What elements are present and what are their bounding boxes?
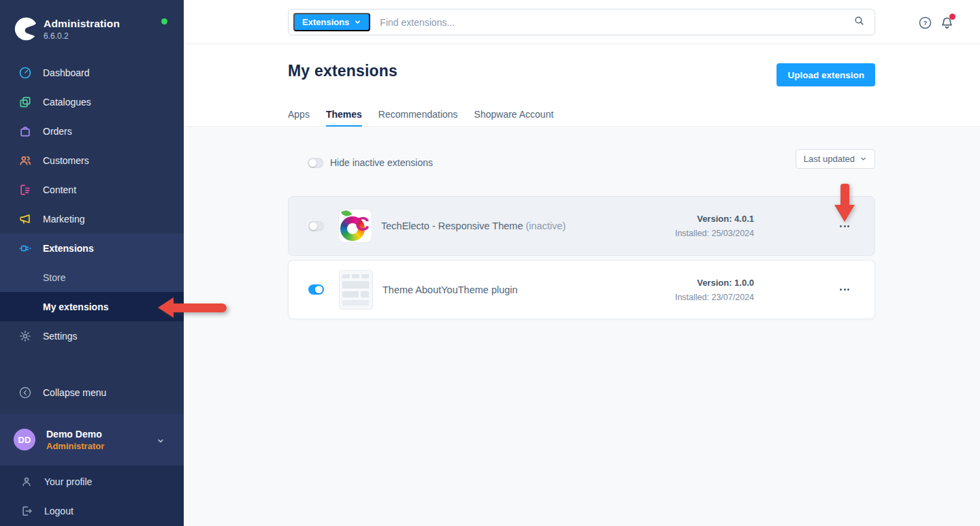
page-title: My extensions xyxy=(288,62,397,80)
extension-thumbnail xyxy=(339,270,373,310)
shopware-logo-icon xyxy=(14,16,39,42)
sidebar-spacer xyxy=(0,350,184,378)
extension-installed-date: Installed: 25/03/2024 xyxy=(675,229,754,238)
extension-state: (inactive) xyxy=(525,220,566,231)
chevron-down-icon xyxy=(354,18,361,26)
search-input[interactable] xyxy=(380,17,853,28)
chevron-down-icon xyxy=(157,435,165,448)
your-profile-button[interactable]: Your profile xyxy=(0,467,184,496)
extension-row-techelecto: C TechElecto - Responsive Theme(inactive… xyxy=(288,196,875,256)
gear-icon xyxy=(18,329,32,343)
search-scope-button[interactable]: Extensions xyxy=(293,13,370,31)
collapse-menu-label: Collapse menu xyxy=(43,387,106,398)
logout-icon xyxy=(20,504,33,518)
extension-logo: C xyxy=(339,210,372,242)
search-icon xyxy=(853,15,865,29)
sort-label: Last updated xyxy=(804,154,855,164)
sidebar-item-store[interactable]: Store xyxy=(0,263,184,292)
sidebar-item-label: Orders xyxy=(43,126,72,137)
annotation-arrow-left xyxy=(158,297,227,318)
sidebar-item-extensions[interactable]: Extensions xyxy=(0,233,184,263)
sidebar-item-label: Content xyxy=(43,184,76,195)
svg-text:?: ? xyxy=(923,19,927,27)
sidebar-footer: Your profile Logout xyxy=(0,465,184,526)
extension-row-aboutyoutheme: Theme AboutYouTheme plugin Version: 1.0.… xyxy=(288,260,875,319)
sidebar-item-label: Marketing xyxy=(43,214,84,225)
catalogues-icon xyxy=(18,95,32,109)
context-menu-button[interactable] xyxy=(835,283,854,297)
logout-label: Logout xyxy=(44,506,74,516)
your-profile-label: Your profile xyxy=(44,476,92,487)
sidebar-extensions-group: Extensions Store My extensions xyxy=(0,233,184,321)
sidebar-nav: Dashboard Catalogues Orders Customers xyxy=(0,58,184,350)
topbar: Extensions ? xyxy=(184,0,980,44)
extension-installed-date: Installed: 23/07/2024 xyxy=(675,293,754,302)
global-search[interactable]: Extensions xyxy=(288,9,875,35)
tab-shopware-account[interactable]: Shopware Account xyxy=(474,109,554,127)
user-name: Demo Demo xyxy=(46,429,104,440)
collapse-menu-button[interactable]: Collapse menu xyxy=(0,378,184,407)
content-icon xyxy=(18,183,32,197)
upload-extension-button[interactable]: Upload extension xyxy=(777,63,875,86)
sidebar-item-label: Dashboard xyxy=(43,67,90,78)
annotation-arrow-down xyxy=(834,184,855,222)
sort-dropdown[interactable]: Last updated xyxy=(796,149,875,169)
avatar: DD xyxy=(14,429,35,450)
notification-badge xyxy=(949,14,956,20)
extensions-icon xyxy=(18,242,32,255)
hide-inactive-toggle[interactable] xyxy=(308,158,323,168)
extension-name: Theme AboutYouTheme plugin xyxy=(382,284,518,295)
tab-themes[interactable]: Themes xyxy=(326,109,362,127)
tab-recommendations[interactable]: Recommendations xyxy=(378,109,458,127)
extension-active-toggle[interactable] xyxy=(308,284,324,295)
tab-apps[interactable]: Apps xyxy=(288,109,310,127)
sidebar-item-marketing[interactable]: Marketing xyxy=(0,204,184,233)
logout-button[interactable]: Logout xyxy=(0,496,184,525)
sidebar-gap xyxy=(0,407,184,414)
sidebar-header: Administration 6.6.0.2 xyxy=(0,0,184,58)
sidebar-item-label: Customers xyxy=(43,155,89,166)
sidebar: Administration 6.6.0.2 Dashboard Catalog… xyxy=(0,0,184,526)
sidebar-item-catalogues[interactable]: Catalogues xyxy=(0,87,184,116)
hide-inactive-label: Hide inactive extensions xyxy=(330,157,433,168)
sidebar-item-settings[interactable]: Settings xyxy=(0,321,184,350)
extension-meta: Version: 1.0.0 Installed: 23/07/2024 xyxy=(675,278,754,302)
marketing-icon xyxy=(18,212,32,226)
sidebar-item-customers[interactable]: Customers xyxy=(0,146,184,175)
help-button[interactable]: ? xyxy=(917,15,932,30)
hide-inactive-row: Hide inactive extensions xyxy=(308,157,433,168)
person-icon xyxy=(20,475,33,489)
main-content: Extensions ? xyxy=(184,0,980,526)
notifications-button[interactable] xyxy=(939,15,954,30)
sidebar-item-dashboard[interactable]: Dashboard xyxy=(0,58,184,87)
collapse-icon xyxy=(18,386,32,399)
tab-bar: Apps Themes Recommendations Shopware Acc… xyxy=(184,109,980,127)
sidebar-item-label: Extensions xyxy=(43,243,94,254)
app-version: 6.6.0.2 xyxy=(44,31,120,41)
search-scope-label: Extensions xyxy=(302,17,349,27)
question-circle-icon: ? xyxy=(918,16,932,30)
extension-version: Version: 4.0.1 xyxy=(675,214,754,224)
extensions-panel: Hide inactive extensions Last updated C … xyxy=(184,128,980,526)
customers-icon xyxy=(18,154,32,167)
user-role: Administrator xyxy=(46,441,104,451)
app-root: Administration 6.6.0.2 Dashboard Catalog… xyxy=(0,0,980,526)
dashboard-icon xyxy=(18,66,32,80)
extension-version: Version: 1.0.0 xyxy=(675,278,754,288)
sidebar-item-label: Catalogues xyxy=(43,97,91,108)
chevron-down-icon xyxy=(860,155,867,163)
user-menu[interactable]: DD Demo Demo Administrator xyxy=(0,414,184,465)
orders-icon xyxy=(18,125,32,138)
sidebar-item-my-extensions[interactable]: My extensions xyxy=(0,292,184,321)
sidebar-item-label: Store xyxy=(43,272,65,283)
sidebar-item-content[interactable]: Content xyxy=(0,175,184,204)
extension-name: TechElecto - Responsive Theme(inactive) xyxy=(381,220,566,231)
sidebar-item-label: Settings xyxy=(43,331,78,342)
sidebar-item-orders[interactable]: Orders xyxy=(0,116,184,146)
extension-meta: Version: 4.0.1 Installed: 25/03/2024 xyxy=(675,214,754,238)
sidebar-item-label: My extensions xyxy=(43,301,108,312)
extension-active-toggle[interactable] xyxy=(308,221,324,231)
online-status-dot xyxy=(161,18,167,24)
app-title: Administration xyxy=(44,18,120,30)
